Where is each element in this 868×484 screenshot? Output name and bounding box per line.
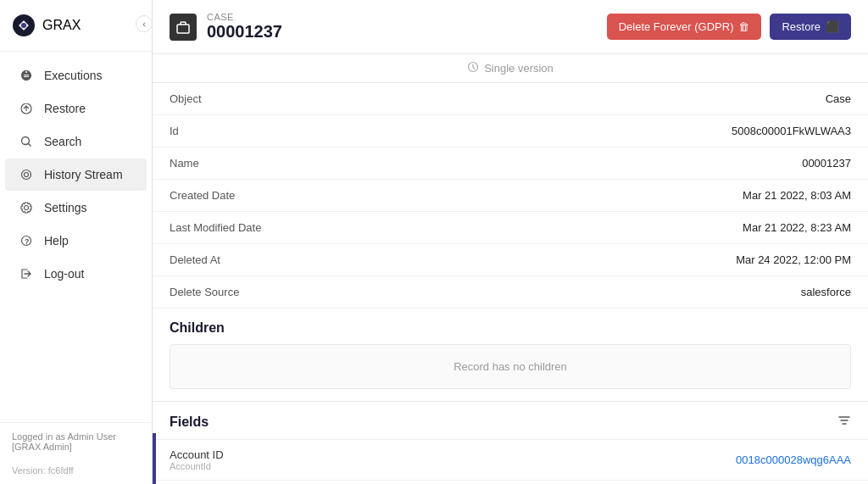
sidebar-item-settings[interactable]: Settings bbox=[5, 192, 147, 224]
record-field-value: 00001237 bbox=[439, 147, 868, 180]
record-field-name: Delete Source bbox=[153, 276, 439, 309]
record-detail-row: Delete Sourcesalesforce bbox=[153, 276, 868, 309]
field-value[interactable]: 0018c000028wqg6AAA bbox=[736, 453, 851, 466]
version-text: Version: fc6fdff bbox=[0, 460, 152, 484]
record-field-value: Mar 24 2022, 12:00 PM bbox=[439, 244, 868, 276]
history-stream-icon bbox=[19, 167, 34, 182]
fields-section: Fields Account ID AccountId 0018c000028w… bbox=[153, 401, 868, 484]
record-details-table: ObjectCaseId5008c00001FkWLWAA3Name000012… bbox=[153, 83, 868, 309]
record-detail-row: Last Modified DateMar 21 2022, 8:23 AM bbox=[153, 212, 868, 244]
svg-text:?: ? bbox=[25, 237, 30, 246]
field-row: Account ID AccountId 0018c000028wqg6AAA bbox=[153, 439, 868, 480]
restore-icon bbox=[19, 101, 34, 116]
purple-accent-bar bbox=[153, 433, 156, 484]
settings-icon bbox=[19, 200, 34, 215]
field-display-name: Account ID bbox=[170, 448, 224, 461]
restore-button-label: Restore bbox=[782, 20, 821, 33]
record-field-name: Last Modified Date bbox=[153, 212, 439, 244]
main-content: Case 00001237 Delete Forever (GDPR) 🗑 Re… bbox=[153, 0, 868, 484]
sidebar-item-executions[interactable]: Executions bbox=[5, 59, 147, 92]
logo-text: GRAX bbox=[42, 18, 81, 33]
svg-point-4 bbox=[25, 173, 29, 177]
header-title-group: Case 00001237 bbox=[207, 12, 282, 42]
case-number-title: 00001237 bbox=[207, 22, 282, 42]
help-icon: ? bbox=[19, 233, 34, 248]
sidebar-item-help-label: Help bbox=[44, 234, 69, 248]
svg-point-3 bbox=[22, 170, 31, 180]
version-bar[interactable]: Single version bbox=[153, 54, 868, 83]
field-row: Asset ID AssetId 02i8c00000PO9mgAAD bbox=[153, 480, 868, 484]
record-field-name: Object bbox=[153, 83, 439, 115]
search-nav-icon bbox=[19, 134, 34, 149]
sidebar-item-help[interactable]: ? Help bbox=[5, 225, 147, 257]
children-empty-state: Record has no children bbox=[170, 344, 851, 389]
record-detail-row: Deleted AtMar 24 2022, 12:00 PM bbox=[153, 244, 868, 276]
field-api-name: AccountId bbox=[170, 461, 224, 471]
record-field-name: Name bbox=[153, 147, 439, 180]
record-field-value: Case bbox=[439, 83, 868, 115]
record-detail-row: ObjectCase bbox=[153, 83, 868, 115]
children-section-header: Children bbox=[153, 309, 868, 344]
sidebar-item-settings-label: Settings bbox=[44, 201, 87, 214]
fields-header: Fields bbox=[153, 402, 868, 439]
grax-logo-icon bbox=[12, 14, 36, 37]
sidebar-collapse-button[interactable]: ‹ bbox=[136, 15, 153, 32]
nav-items: Executions Restore Search History Stream… bbox=[0, 52, 152, 422]
sidebar-item-executions-label: Executions bbox=[44, 69, 102, 82]
sidebar-item-search-label: Search bbox=[44, 135, 81, 148]
record-detail-row: Id5008c00001FkWLWAA3 bbox=[153, 115, 868, 147]
version-bar-label: Single version bbox=[484, 62, 554, 75]
sidebar-item-search[interactable]: Search bbox=[5, 125, 147, 158]
object-type-label: Case bbox=[207, 12, 282, 22]
delete-icon: 🗑 bbox=[738, 20, 749, 33]
sidebar-item-log-out[interactable]: Log-out bbox=[5, 258, 147, 290]
sidebar: GRAX ‹ Executions Restore Search History bbox=[0, 0, 153, 484]
svg-point-1 bbox=[21, 23, 26, 28]
record-field-value: 5008c00001FkWLWAA3 bbox=[439, 115, 868, 147]
record-field-name: Deleted At bbox=[153, 244, 439, 276]
record-detail-row: Created DateMar 21 2022, 8:03 AM bbox=[153, 180, 868, 212]
header-actions: Delete Forever (GDPR) 🗑 Restore ⬛ bbox=[607, 14, 851, 40]
sidebar-item-history-stream[interactable]: History Stream bbox=[5, 159, 147, 191]
children-title: Children bbox=[170, 320, 225, 336]
filter-icon[interactable] bbox=[837, 414, 851, 431]
restore-btn-icon: ⬛ bbox=[826, 20, 839, 33]
delete-button-label: Delete Forever (GDPR) bbox=[619, 20, 734, 33]
case-icon bbox=[170, 14, 197, 41]
header-left: Case 00001237 bbox=[170, 12, 282, 42]
field-label-group: Account ID AccountId bbox=[170, 448, 224, 471]
executions-icon bbox=[19, 68, 34, 83]
restore-button[interactable]: Restore ⬛ bbox=[770, 14, 851, 40]
sidebar-item-history-stream-label: History Stream bbox=[44, 168, 123, 181]
record-field-name: Id bbox=[153, 115, 439, 147]
logout-icon bbox=[19, 266, 34, 281]
record-field-value: Mar 21 2022, 8:03 AM bbox=[439, 180, 868, 212]
sidebar-item-restore-label: Restore bbox=[44, 102, 86, 115]
fields-title: Fields bbox=[170, 414, 209, 430]
sidebar-item-restore[interactable]: Restore bbox=[5, 92, 147, 125]
page-header: Case 00001237 Delete Forever (GDPR) 🗑 Re… bbox=[153, 0, 868, 54]
record-field-name: Created Date bbox=[153, 180, 439, 212]
record-field-value: salesforce bbox=[439, 276, 868, 309]
svg-rect-7 bbox=[177, 25, 189, 33]
record-detail-row: Name00001237 bbox=[153, 147, 868, 180]
delete-forever-button[interactable]: Delete Forever (GDPR) 🗑 bbox=[607, 14, 762, 40]
clock-icon bbox=[467, 61, 479, 75]
sidebar-item-logout-label: Log-out bbox=[44, 267, 84, 281]
record-field-value: Mar 21 2022, 8:23 AM bbox=[439, 212, 868, 244]
logged-in-text: Logged in as Admin User [GRAX Admin] bbox=[0, 422, 152, 460]
app-logo: GRAX bbox=[0, 0, 152, 52]
